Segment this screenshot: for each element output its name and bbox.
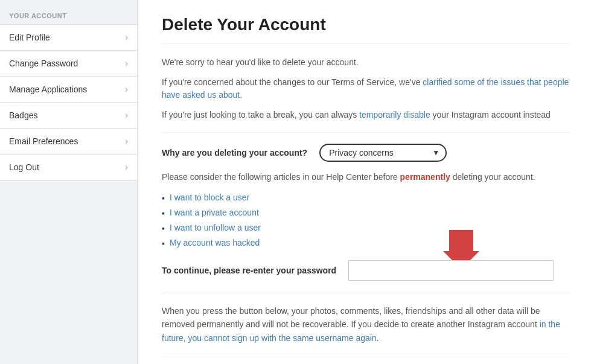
password-row: To continue, please re-enter your passwo… [162,260,570,281]
list-item: I want to unfollow a user [162,223,570,233]
why-label: Why are you deleting your account? [162,148,307,158]
divider-1 [162,132,570,133]
sidebar-item-label: Change Password [9,59,78,68]
sidebar-item-manage-applications[interactable]: Manage Applications › [0,76,137,102]
sidebar-section-title: YOUR ACCOUNT [0,6,137,24]
chevron-right-icon: › [125,110,128,121]
article-link[interactable]: I want to unfollow a user [170,223,261,232]
sidebar: YOUR ACCOUNT Edit Profile › Change Passw… [0,0,138,364]
intro2-before: If you're concerned about the changes to… [162,77,423,87]
article-link[interactable]: My account was hacked [170,238,260,247]
password-section: To continue, please re-enter your passwo… [162,260,570,281]
password-input[interactable] [348,260,554,281]
sidebar-item-email-preferences[interactable]: Email Preferences › [0,128,137,154]
reason-dropdown-wrapper[interactable]: Privacy concernsaccount was hackedToo bu… [319,144,447,162]
list-item: I want a private account [162,208,570,218]
sidebar-item-label: Log Out [9,162,39,172]
help-highlight: permanently [400,172,450,182]
intro-text-2: If you're concerned about the changes to… [162,76,570,101]
sidebar-item-edit-profile[interactable]: Edit Profile › [0,24,137,50]
divider-3 [162,357,570,357]
article-link[interactable]: I want to block a user [170,193,249,202]
sidebar-item-change-password[interactable]: Change Password › [0,50,137,76]
sidebar-item-label: Email Preferences [9,136,78,146]
sidebar-item-log-out[interactable]: Log Out › [0,154,137,180]
sidebar-item-label: Manage Applications [9,85,87,94]
list-item: I want to block a user [162,193,570,203]
help-after: deleting your account. [450,172,535,182]
why-row: Why are you deleting your account? Priva… [162,144,570,162]
list-item: My account was hacked [162,238,570,248]
chevron-right-icon: › [125,84,128,95]
chevron-right-icon: › [125,32,128,43]
sidebar-item-badges[interactable]: Badges › [0,102,137,128]
articles-list: I want to block a userI want a private a… [162,193,570,248]
article-link[interactable]: I want a private account [170,208,259,217]
reason-select[interactable]: Privacy concernsaccount was hackedToo bu… [329,148,429,158]
page-title: Delete Your Account [162,15,570,44]
intro3-after: your Instagram account instead [430,110,551,120]
chevron-right-icon: › [125,162,128,173]
warning-text: When you press the button below, your ph… [162,304,570,345]
intro3-link[interactable]: temporarily disable [359,110,430,120]
intro-text-1: We're sorry to hear you'd like to delete… [162,56,570,69]
dropdown-arrow-icon: ▼ [432,148,439,157]
intro3-before: If you're just looking to take a break, … [162,110,359,120]
chevron-right-icon: › [125,136,128,147]
divider-2 [162,293,570,293]
password-label: To continue, please re-enter your passwo… [162,266,336,275]
help-before: Please consider the following articles i… [162,172,400,182]
help-text: Please consider the following articles i… [162,171,570,184]
intro2-after: . [240,90,242,100]
chevron-right-icon: › [125,58,128,69]
intro-text-3: If you're just looking to take a break, … [162,109,570,121]
sidebar-item-label: Badges [9,110,37,120]
main-content: Delete Your Account We're sorry to hear … [138,0,594,364]
warning-after: . [377,333,379,343]
warning-before: When you press the button below, your ph… [162,306,540,329]
sidebar-item-label: Edit Profile [9,33,50,42]
